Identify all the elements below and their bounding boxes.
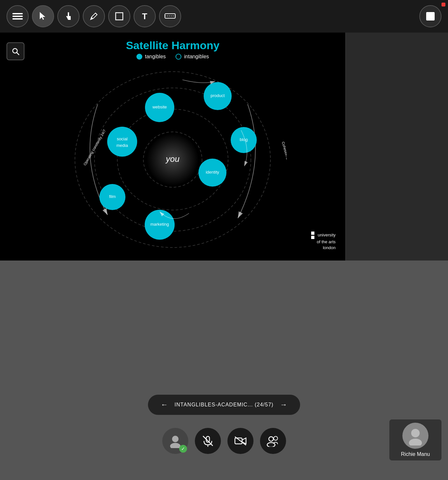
slide-container: Satellite Harmony tangibles intangibles: [0, 33, 345, 261]
blog-label: blog: [240, 137, 248, 142]
svg-rect-4: [116, 13, 123, 20]
website-label: website: [152, 105, 167, 109]
stop-icon: [426, 12, 435, 21]
ual-squares: [311, 232, 314, 239]
svg-text:Cohesion and synchronicity wit: Cohesion and synchronicity with all sate…: [281, 141, 287, 211]
user-avatar-image: [402, 423, 428, 449]
microphone-button[interactable]: [195, 428, 221, 454]
svg-line-22: [203, 436, 213, 446]
prev-slide-button[interactable]: ←: [161, 401, 168, 409]
bottom-controls: ✓: [162, 428, 286, 454]
svg-point-26: [269, 437, 273, 441]
participants-button[interactable]: [260, 428, 286, 454]
toolbar: T: [0, 0, 448, 33]
user-avatar-panel: Richie Manu: [389, 419, 441, 460]
pencil-tool-button[interactable]: [83, 5, 105, 27]
slide-info-label: INTANGLIBLES-ACADEMIC... (24/57): [175, 402, 274, 408]
tangibles-label: tangibles: [145, 54, 166, 60]
social-media-label: social: [117, 136, 127, 141]
svg-rect-6: [165, 14, 175, 18]
eraser-tool-button[interactable]: [159, 5, 181, 27]
legend: tangibles intangibles: [137, 54, 209, 60]
intangibles-label: intangibles: [184, 54, 209, 60]
navigation-bar: ← INTANGLIBLES-ACADEMIC... (24/57) →: [148, 395, 300, 415]
svg-marker-3: [40, 12, 45, 20]
user-name-label: Richie Manu: [401, 451, 430, 457]
rectangle-tool-button[interactable]: [108, 5, 130, 27]
svg-text:T: T: [142, 11, 147, 21]
identity-label: identity: [206, 170, 219, 175]
slide-inner: Satellite Harmony tangibles intangibles: [0, 33, 345, 261]
right-panel: [345, 33, 448, 261]
center-label: you: [165, 154, 180, 164]
cursor-tool-button[interactable]: [32, 5, 54, 27]
marketing-label: marketing: [150, 222, 169, 227]
intangibles-dot: [176, 54, 181, 60]
stop-button[interactable]: [419, 5, 441, 27]
svg-point-29: [411, 429, 420, 437]
menu-button[interactable]: [7, 5, 29, 27]
user-active-indicator: ✓: [179, 445, 187, 453]
text-tool-button[interactable]: T: [134, 5, 156, 27]
intangibles-legend: intangibles: [176, 54, 209, 60]
svg-point-27: [267, 443, 275, 447]
user-button[interactable]: ✓: [162, 428, 188, 454]
orbit-diagram: Operating constantly 24/7 Cohesion and s…: [59, 65, 287, 254]
slide-title: Satellite Harmony: [126, 39, 219, 52]
next-slide-button[interactable]: →: [280, 401, 287, 409]
tangibles-dot: [137, 54, 142, 60]
ual-logo: universityof the artslondon: [311, 232, 336, 251]
svg-point-19: [170, 443, 181, 448]
social-media-label2: media: [116, 143, 128, 148]
svg-rect-2: [12, 18, 23, 20]
svg-point-30: [409, 439, 422, 445]
tangibles-legend: tangibles: [137, 54, 166, 60]
hand-tool-button[interactable]: [57, 5, 79, 27]
product-label: product: [210, 93, 225, 98]
slide-search-button[interactable]: [7, 42, 24, 60]
svg-rect-0: [12, 13, 23, 14]
svg-point-18: [172, 436, 179, 442]
svg-line-9: [17, 52, 19, 55]
camera-button[interactable]: [227, 428, 253, 454]
film-label: film: [109, 194, 116, 199]
svg-rect-1: [12, 16, 23, 17]
svg-point-28: [274, 436, 278, 440]
social-media-node: [107, 127, 137, 157]
